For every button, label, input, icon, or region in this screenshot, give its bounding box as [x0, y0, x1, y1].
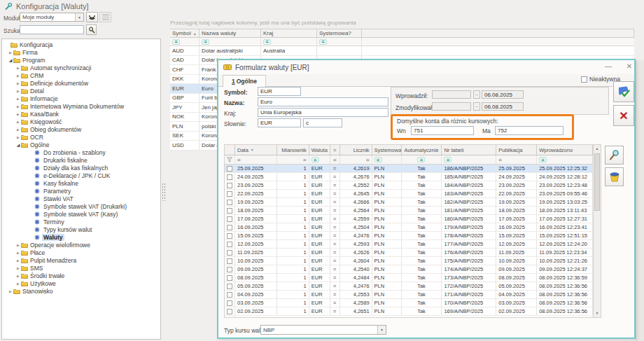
rate-row-05.09.2025[interactable]: 05.09.20251EUR=4,2476PLNTak172/A/NBP/202… [225, 282, 593, 291]
row-checkbox[interactable] [225, 181, 235, 189]
tree-item-informacje[interactable]: ▶Informacje [2, 95, 160, 102]
slownie-field-1[interactable]: EUR [258, 118, 301, 127]
dialog-title-bar[interactable]: Formularz waluty [EUR] [218, 60, 634, 74]
currency-filter-row[interactable]: ==== [170, 38, 634, 46]
tree-item-stawki-vat[interactable]: Stawki VAT [2, 195, 160, 202]
column-header-data[interactable]: Data▼ [235, 145, 277, 155]
tree-item-symbole-stawek-vat-drukarki-[interactable]: Symbole stawek VAT (Drukarki) [2, 202, 160, 210]
rate-row-19.09.2025[interactable]: 19.09.20251EUR=4,2666PLNTak182/A/NBP/202… [225, 198, 593, 207]
support-phone-button[interactable] [86, 12, 98, 22]
auto-filter-icon[interactable]: = [442, 155, 496, 164]
row-checkbox[interactable] [225, 232, 235, 239]
tree-collapsed-icon[interactable]: ▶ [15, 66, 21, 70]
row-checkbox[interactable] [225, 207, 235, 214]
scroll-up-icon[interactable]: ▲ [594, 145, 601, 153]
tree-item-obieg-dokumentów[interactable]: ▶Obieg dokumentów [2, 125, 160, 133]
tree-item-płace[interactable]: ▶Płace [2, 249, 160, 256]
rate-row-10.09.2025[interactable]: 10.09.20251EUR=4,2604PLNTak175/A/NBP/202… [225, 257, 593, 265]
tree-item-stanowisko[interactable]: ▶Stanowisko [2, 287, 160, 295]
tree-item-detal[interactable]: ▶Detal [2, 87, 160, 95]
row-checkbox[interactable] [225, 257, 235, 265]
tree-collapsed-icon[interactable]: ▶ [15, 97, 21, 101]
slownie-field-2[interactable]: c [303, 118, 342, 127]
filter-funnel-icon[interactable] [225, 155, 235, 164]
tree-item-konfiguracja[interactable]: Konfiguracja [2, 41, 160, 48]
row-checkbox[interactable] [225, 274, 235, 281]
tree-item-crm[interactable]: ▶CRM [2, 71, 160, 79]
currency-row-aud[interactable]: AUDDolar australijskiAustralia [170, 46, 634, 56]
tree-collapsed-icon[interactable]: ▶ [15, 274, 21, 278]
tree-item-program[interactable]: ◢Program [2, 56, 160, 64]
equals-filter-icon[interactable]: = [277, 155, 309, 164]
row-checkbox[interactable] [225, 173, 235, 181]
row-checkbox[interactable] [225, 282, 235, 290]
tree-item-symbole-stawek-vat-kasy-[interactable]: Symbole stawek VAT (Kasy) [2, 210, 160, 218]
rates-scrollbar[interactable]: ▲ ▼ [593, 144, 601, 318]
tree-collapsed-icon[interactable]: ▶ [15, 135, 21, 139]
rate-row-22.09.2025[interactable]: 22.09.20251EUR=4,2645PLNTak183/A/NBP/202… [225, 190, 593, 198]
tree-item-typy-kursów-walut[interactable]: Typy kursów walut [2, 225, 160, 233]
column-header-systemowa[interactable]: Systemowa? [317, 29, 362, 37]
tree-item-drukarki-fiskalne[interactable]: Drukarki fiskalne [2, 156, 160, 164]
row-checkbox[interactable] [225, 240, 235, 248]
column-header-symbol[interactable]: Symbol▲ [170, 29, 200, 37]
auto-filter-icon[interactable]: = [309, 155, 330, 164]
scroll-down-icon[interactable]: ▼ [594, 309, 601, 317]
panel-splitter[interactable] [162, 183, 165, 201]
tree-item-ocr[interactable]: ▶OCR [2, 133, 160, 141]
dialog-close-button[interactable]: ✕ [623, 61, 636, 71]
tab-ogolne[interactable]: 1 Ogólne [223, 75, 266, 87]
find-button[interactable] [605, 146, 624, 165]
tree-collapsed-icon[interactable]: ▶ [15, 120, 21, 124]
scroll-thumb[interactable] [594, 153, 600, 211]
row-checkbox[interactable] [225, 249, 235, 256]
rate-row-08.09.2025[interactable]: 08.09.20251EUR=4,2484PLNTak173/A/NBP/202… [225, 274, 593, 282]
row-checkbox[interactable] [225, 198, 235, 206]
wprowadzil-date-field[interactable]: 06.08.2025 [482, 90, 524, 99]
auto-filter-icon[interactable]: = [402, 155, 442, 164]
wprowadzil-operator-field[interactable] [432, 90, 471, 99]
equals-filter-icon[interactable]: = [340, 155, 372, 164]
tree-item-terminy[interactable]: Terminy [2, 218, 160, 225]
nazwa-field[interactable]: Euro [258, 97, 388, 106]
rate-row-24.09.2025[interactable]: 24.09.20251EUR=4,2676PLNTak185/A/NBP/202… [225, 173, 593, 181]
tree-collapsed-icon[interactable]: ▶ [15, 104, 21, 109]
search-input[interactable] [20, 25, 84, 34]
column-header-wprowadzono[interactable]: Wprowadzono [537, 145, 593, 155]
tree-collapsed-icon[interactable]: ▶ [15, 127, 21, 132]
rate-row-15.09.2025[interactable]: 15.09.20251EUR=4,2476PLNTak178/A/NBP/202… [225, 232, 593, 240]
tree-collapsed-icon[interactable]: ▶ [15, 251, 21, 255]
tree-item-automat-synchronizacji[interactable]: ▶Automat synchronizacji [2, 64, 160, 71]
cancel-button[interactable]: ✕ [613, 105, 634, 126]
symbol-field[interactable]: EUR [258, 87, 301, 96]
rate-row-17.09.2025[interactable]: 17.09.20251EUR=4,2559PLNTak180/A/NBP/202… [225, 215, 593, 223]
rates-filter-row[interactable]: ========== [225, 155, 593, 165]
tree-item-waluty[interactable]: Waluty [2, 233, 160, 241]
column-header-licznik[interactable]: Licznik [340, 145, 372, 155]
column-header-nazwawaluty[interactable]: Nazwa waluty [200, 29, 261, 37]
tree-item-księgowość[interactable]: ▶Księgowość [2, 118, 160, 125]
tree-item-kasa-bank[interactable]: ▶Kasa/Bank [2, 110, 160, 118]
auto-filter-icon[interactable]: = [537, 155, 593, 164]
auto-filter-icon[interactable]: = [317, 38, 362, 46]
tree-item-pulpit-menadżera[interactable]: ▶Pulpit Menadżera [2, 256, 160, 264]
tree-item-firma[interactable]: ▶Firma [2, 48, 160, 56]
tree-collapsed-icon[interactable]: ▶ [15, 258, 21, 263]
tree-item-kasy-fiskalne[interactable]: Kasy fiskalne [2, 179, 160, 187]
tree-collapsed-icon[interactable]: ▶ [15, 112, 21, 116]
tree-item-parametry[interactable]: Parametry [2, 187, 160, 195]
rate-row-18.09.2025[interactable]: 18.09.20251EUR=4,2564PLNTak181/A/NBP/202… [225, 207, 593, 215]
auto-filter-icon[interactable]: = [170, 38, 200, 46]
tree-collapsed-icon[interactable]: ▶ [15, 281, 21, 286]
layout-button[interactable] [99, 12, 111, 22]
chevron-down-icon[interactable]: ▼ [75, 13, 83, 21]
tree-item-definicje-dokumentów[interactable]: ▶Definicje dokumentów [2, 79, 160, 87]
rate-row-02.09.2025[interactable]: 02.09.20251EUR=4,2651PLNTak169/A/NBP/202… [225, 307, 593, 316]
column-header-waluta[interactable]: Waluta [309, 145, 330, 155]
row-checkbox[interactable] [225, 223, 235, 231]
tree-expanded-icon[interactable]: ◢ [8, 57, 13, 62]
equals-filter-icon[interactable]: = [235, 155, 277, 164]
rate-row-03.09.2025[interactable]: 03.09.20251EUR=4,2589PLNTak170/A/NBP/202… [225, 299, 593, 307]
tree-collapsed-icon[interactable]: ▶ [15, 243, 21, 247]
tree-collapsed-icon[interactable]: ▶ [8, 50, 13, 55]
